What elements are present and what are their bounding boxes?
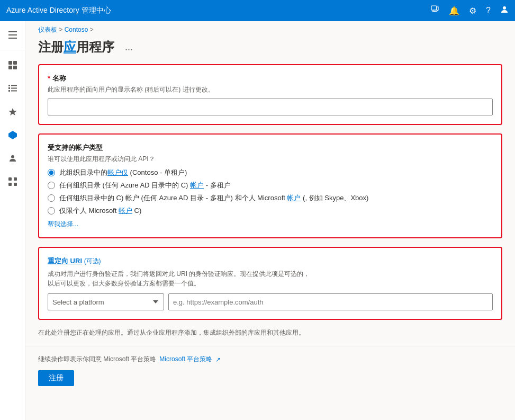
required-star: *	[48, 74, 52, 82]
accounts-question: 谁可以使用此应用程序或访问此 API？	[48, 155, 493, 164]
radio-multi-tenant[interactable]: 任何组织目录 (任何 Azure AD 目录中的 C) 帐户 - 多租户	[48, 181, 493, 190]
svg-point-17	[11, 155, 14, 158]
sidebar-item-menu[interactable]	[2, 25, 23, 44]
redirect-title: 重定向 URI (可选)	[48, 256, 493, 266]
radio-personal-only[interactable]: 仅限个人 Microsoft 帐户 C)	[48, 206, 493, 216]
feedback-icon[interactable]	[431, 5, 439, 16]
page-menu-button[interactable]: ...	[123, 40, 135, 55]
redirect-inputs: Select a platform Web Single-page applic…	[48, 293, 493, 310]
svg-rect-2	[8, 31, 17, 32]
register-button[interactable]: 注册	[38, 370, 74, 386]
accounts-label: 受支持的帐户类型	[48, 143, 493, 153]
policy-line: 继续操作即表示你同意 Microsoft 平台策略 Microsoft 平台策略…	[38, 355, 502, 364]
svg-rect-3	[8, 34, 17, 35]
sidebar-item-azuread[interactable]	[2, 126, 23, 145]
section-name: * 名称 此应用程序的面向用户的显示名称 (稍后可以在) 进行更改。	[38, 64, 502, 125]
help-choose-link[interactable]: 帮我选择...	[48, 220, 493, 229]
svg-rect-4	[8, 38, 17, 39]
page-title: 注册应用程序	[38, 39, 114, 56]
name-label: * 名称	[48, 74, 493, 83]
breadcrumb: 仪表板 > Contoso >	[25, 21, 515, 37]
sidebar-item-users[interactable]	[2, 149, 23, 168]
sidebar	[0, 21, 25, 420]
main-layout: 仪表板 > Contoso > 注册应用程序 ... * 名称 此应用程序的面向…	[0, 21, 515, 420]
svg-rect-12	[11, 88, 17, 89]
settings-icon[interactable]: ⚙	[469, 6, 476, 16]
section-redirect: 重定向 URI (可选) 成功对用户进行身份验证后，我们将返回对此 URI 的身…	[38, 247, 502, 320]
external-link-icon: ↗	[215, 356, 221, 363]
name-input[interactable]	[48, 99, 493, 115]
radio-single-tenant[interactable]: 此组织目录中的帐户仅 (Contoso - 单租户)	[48, 168, 493, 177]
footer-area: 继续操作即表示你同意 Microsoft 平台策略 Microsoft 平台策略…	[25, 346, 515, 395]
help-icon[interactable]: ?	[486, 6, 491, 15]
svg-rect-13	[8, 90, 10, 92]
platform-select[interactable]: Select a platform Web Single-page applic…	[48, 293, 164, 310]
topbar: Azure Active Directory 管理中心 🔔 ⚙ ?	[0, 0, 515, 21]
topbar-icons: 🔔 ⚙ ?	[431, 5, 509, 16]
svg-rect-6	[13, 61, 17, 65]
radio-group: 此组织目录中的帐户仅 (Contoso - 单租户) 任何组织目录 (任何 Az…	[48, 168, 493, 216]
svg-rect-20	[8, 183, 12, 186]
breadcrumb-contoso[interactable]: Contoso	[65, 26, 88, 33]
svg-rect-21	[14, 183, 17, 186]
breadcrumb-dashboard[interactable]: 仪表板	[38, 26, 57, 33]
svg-marker-16	[8, 131, 17, 139]
radio-single-tenant-input[interactable]	[48, 169, 55, 176]
svg-rect-11	[8, 87, 10, 89]
name-description: 此应用程序的面向用户的显示名称 (稍后可以在) 进行更改。	[48, 85, 493, 94]
app-title: Azure Active Directory 管理中心	[6, 6, 431, 15]
sidebar-item-list[interactable]	[2, 79, 23, 98]
redirect-description: 成功对用户进行身份验证后，我们将返回对此 URI 的身份验证响应。现在提供此项是…	[48, 269, 493, 288]
user-icon[interactable]	[500, 5, 509, 16]
notification-icon[interactable]: 🔔	[449, 6, 459, 16]
sidebar-item-favorites[interactable]	[2, 102, 23, 121]
svg-rect-14	[11, 91, 17, 92]
section-accounts: 受支持的帐户类型 谁可以使用此应用程序或访问此 API？ 此组织目录中的帐户仅 …	[38, 133, 502, 238]
svg-rect-0	[431, 6, 437, 10]
svg-rect-9	[8, 85, 10, 86]
svg-rect-8	[13, 66, 17, 69]
sidebar-item-apps[interactable]	[2, 172, 23, 191]
content-area: 仪表板 > Contoso > 注册应用程序 ... * 名称 此应用程序的面向…	[25, 21, 515, 420]
uri-input[interactable]	[168, 293, 493, 310]
svg-rect-19	[14, 177, 17, 181]
svg-rect-5	[8, 61, 12, 65]
radio-multi-tenant-personal[interactable]: 任何组织目录中的 C) 帐户 (任何 Azure AD 目录 - 多租户) 和个…	[48, 193, 493, 203]
svg-rect-18	[8, 177, 12, 181]
policy-text: 继续操作即表示你同意 Microsoft 平台策略	[38, 355, 156, 364]
radio-multi-tenant-personal-input[interactable]	[48, 194, 55, 202]
policy-link[interactable]: Microsoft 平台策略	[159, 355, 212, 364]
svg-point-1	[503, 6, 506, 10]
svg-rect-7	[8, 66, 12, 69]
radio-multi-tenant-input[interactable]	[48, 182, 55, 189]
svg-marker-15	[8, 108, 17, 115]
info-note: 在此处注册您正在处理的应用。通过从企业应用程序添加，集成组织外部的库应用和其他应…	[25, 324, 515, 342]
form-area: * 名称 此应用程序的面向用户的显示名称 (稍后可以在) 进行更改。 受支持的帐…	[25, 64, 515, 320]
svg-rect-10	[11, 85, 17, 86]
radio-personal-only-input[interactable]	[48, 207, 55, 215]
page-title-area: 注册应用程序 ...	[25, 37, 515, 64]
sidebar-item-dashboard[interactable]	[2, 56, 23, 75]
